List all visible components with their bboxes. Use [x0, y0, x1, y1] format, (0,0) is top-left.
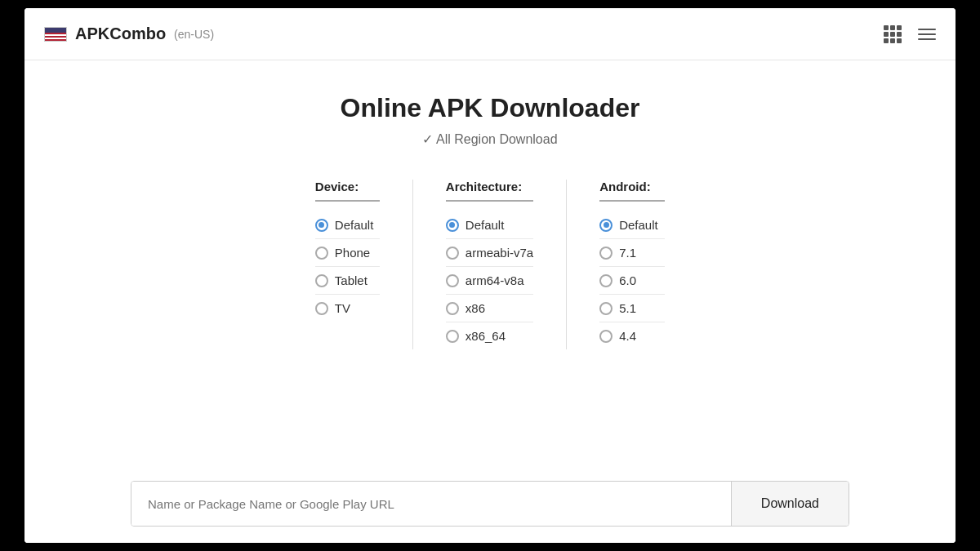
arch-x86-64-radio[interactable] [446, 330, 459, 343]
arch-x86-64-option[interactable]: x86_64 [446, 322, 533, 349]
download-button[interactable]: Download [731, 482, 849, 526]
flag-icon [44, 27, 67, 42]
device-tv-radio[interactable] [315, 302, 328, 315]
arch-x86-64-text: x86_64 [466, 329, 506, 343]
header-right [884, 25, 936, 43]
filter-group-android: Android: Default 7.1 6.0 5.1 [567, 180, 697, 349]
device-tv-option[interactable]: TV [315, 295, 380, 322]
grid-icon[interactable] [884, 25, 902, 43]
android-44-option[interactable]: 4.4 [599, 322, 665, 349]
arch-armeabi-v7a-option[interactable]: armeabi-v7a [446, 239, 533, 267]
filter-group-architecture: Architecture: Default armeabi-v7a arm64-… [413, 180, 567, 349]
arch-arm64-v8a-option[interactable]: arm64-v8a [446, 267, 533, 295]
device-tablet-option[interactable]: Tablet [315, 267, 380, 295]
device-default-option[interactable]: Default [315, 211, 380, 239]
android-default-text: Default [619, 218, 658, 232]
arch-arm64-v8a-radio[interactable] [446, 274, 459, 287]
android-60-option[interactable]: 6.0 [599, 267, 665, 295]
device-phone-text: Phone [335, 246, 370, 260]
site-title: APKCombo [75, 24, 166, 43]
android-71-radio[interactable] [599, 247, 612, 260]
site-locale: (en-US) [174, 28, 214, 41]
device-tablet-radio[interactable] [315, 274, 328, 287]
filter-container: Device: Default Phone Tablet TV [283, 180, 697, 349]
search-bar-container: Download [131, 481, 849, 527]
search-input[interactable] [131, 482, 731, 526]
grid-dot [890, 32, 895, 37]
browser-window: APKCombo (en-US) Online APK [24, 8, 956, 543]
android-60-text: 6.0 [619, 273, 636, 287]
grid-dot [897, 38, 902, 43]
android-44-radio[interactable] [599, 330, 612, 343]
android-71-text: 7.1 [619, 246, 636, 260]
grid-dot [884, 25, 889, 30]
page-title: Online APK Downloader [341, 93, 640, 123]
hamburger-line [918, 38, 936, 40]
arch-default-text: Default [466, 218, 505, 232]
android-default-option[interactable]: Default [599, 211, 665, 239]
device-default-radio[interactable] [315, 219, 328, 232]
grid-dot [897, 32, 902, 37]
grid-dot [884, 38, 889, 43]
arch-default-radio[interactable] [446, 219, 459, 232]
grid-dot [884, 32, 889, 37]
filter-group-device: Device: Default Phone Tablet TV [283, 180, 413, 349]
arch-default-option[interactable]: Default [446, 211, 533, 239]
arch-x86-radio[interactable] [446, 302, 459, 315]
android-label: Android: [599, 180, 665, 202]
arch-armeabi-v7a-text: armeabi-v7a [466, 246, 533, 260]
android-60-radio[interactable] [599, 274, 612, 287]
grid-dot [890, 25, 895, 30]
arch-arm64-v8a-text: arm64-v8a [466, 273, 524, 287]
device-tablet-text: Tablet [335, 273, 368, 287]
main-content: Online APK Downloader ✓ All Region Downl… [24, 60, 956, 543]
android-51-text: 5.1 [619, 301, 636, 315]
device-phone-radio[interactable] [315, 247, 328, 260]
arch-armeabi-v7a-radio[interactable] [446, 247, 459, 260]
page-subtitle: ✓ All Region Download [422, 131, 557, 147]
android-44-text: 4.4 [619, 329, 636, 343]
android-71-option[interactable]: 7.1 [599, 239, 665, 267]
architecture-label: Architecture: [446, 180, 533, 202]
grid-dot [890, 38, 895, 43]
device-phone-option[interactable]: Phone [315, 239, 380, 267]
hamburger-line [918, 29, 936, 30]
header: APKCombo (en-US) [24, 8, 956, 60]
hamburger-icon[interactable] [918, 29, 936, 40]
arch-x86-option[interactable]: x86 [446, 295, 533, 322]
device-tv-text: TV [335, 301, 350, 315]
android-default-radio[interactable] [599, 219, 612, 232]
hamburger-line [918, 33, 936, 35]
device-default-text: Default [335, 218, 374, 232]
device-label: Device: [315, 180, 380, 202]
android-51-option[interactable]: 5.1 [599, 295, 665, 322]
header-left: APKCombo (en-US) [44, 24, 214, 43]
grid-dot [897, 25, 902, 30]
android-51-radio[interactable] [599, 302, 612, 315]
arch-x86-text: x86 [466, 301, 485, 315]
